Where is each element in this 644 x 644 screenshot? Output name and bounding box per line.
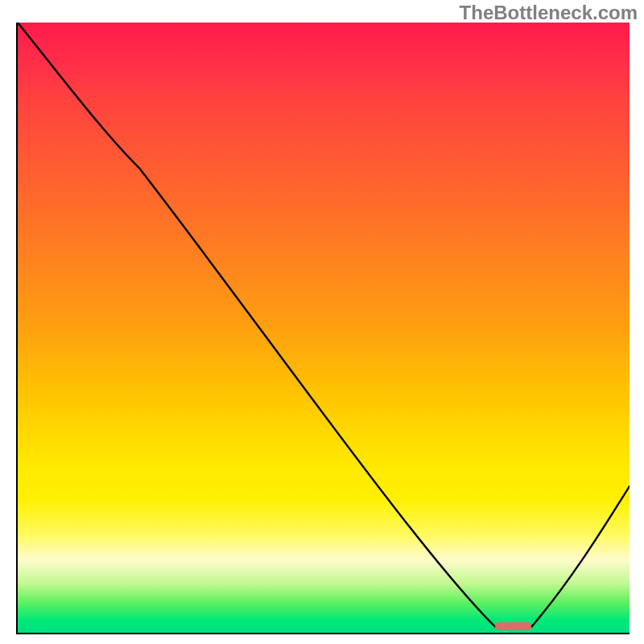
minimum-marker — [495, 622, 532, 630]
chart-container: TheBottleneck.com — [0, 0, 644, 644]
bottleneck-curve — [18, 23, 630, 633]
x-axis — [16, 633, 630, 634]
plot-area — [18, 23, 630, 633]
watermark-text: TheBottleneck.com — [460, 2, 638, 24]
y-axis — [16, 23, 18, 634]
